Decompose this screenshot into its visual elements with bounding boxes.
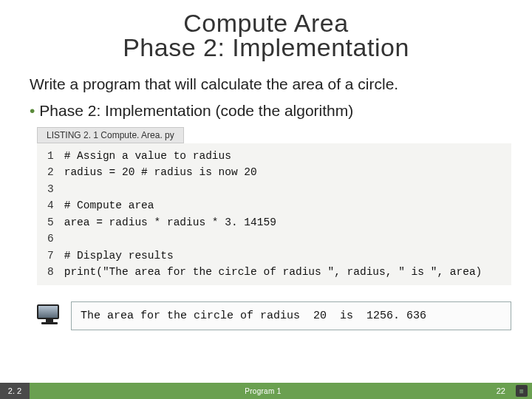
output-row: The area for the circle of radius 20 is … xyxy=(37,301,511,330)
code-line: area = radius * radius * 3. 14159 xyxy=(64,216,276,228)
footer-center-label: Program 1 xyxy=(30,387,497,395)
line-number: 7 xyxy=(47,248,54,264)
code-line: radius = 20 # radius is now 20 xyxy=(64,166,257,178)
listing-tab: LISTING 2. 1 Compute. Area. py xyxy=(37,127,184,143)
bullet-item: •Phase 2: Implementation (code the algor… xyxy=(0,99,532,127)
line-number: 5 xyxy=(47,214,54,231)
prompt-text: Write a program that will calculate the … xyxy=(0,62,532,99)
code-line: # Display results xyxy=(64,250,174,262)
code-line: # Assign a value to radius xyxy=(64,150,231,162)
code-content: # Assign a value to radius radius = 20 #… xyxy=(63,143,511,285)
slide-footer: 2. 2 Program 1 22 ≡ xyxy=(0,383,532,399)
bullet-marker: • xyxy=(30,102,35,119)
title-line-2: Phase 2: Implementation xyxy=(0,33,532,62)
line-number: 8 xyxy=(47,264,54,280)
code-line: # Compute area xyxy=(64,200,154,211)
line-number: 6 xyxy=(47,231,54,247)
bullet-text: Phase 2: Implementation (code the algori… xyxy=(39,102,353,119)
footer-badge-icon: ≡ xyxy=(516,385,528,397)
line-number: 4 xyxy=(47,197,54,214)
slide-title: Compute Area Phase 2: Implementation xyxy=(0,0,532,62)
line-number: 2 xyxy=(47,164,54,180)
program-output: The area for the circle of radius 20 is … xyxy=(71,301,511,330)
code-block: 1 2 3 4 5 6 7 8 # Assign a value to radi… xyxy=(37,143,511,285)
line-number: 1 xyxy=(47,148,54,164)
monitor-icon xyxy=(37,304,62,327)
line-number: 3 xyxy=(47,181,54,197)
footer-left-label: 2. 2 xyxy=(0,383,30,399)
code-line: print("The area for the circle of radius… xyxy=(64,266,482,278)
line-number-gutter: 1 2 3 4 5 6 7 8 xyxy=(37,143,63,285)
